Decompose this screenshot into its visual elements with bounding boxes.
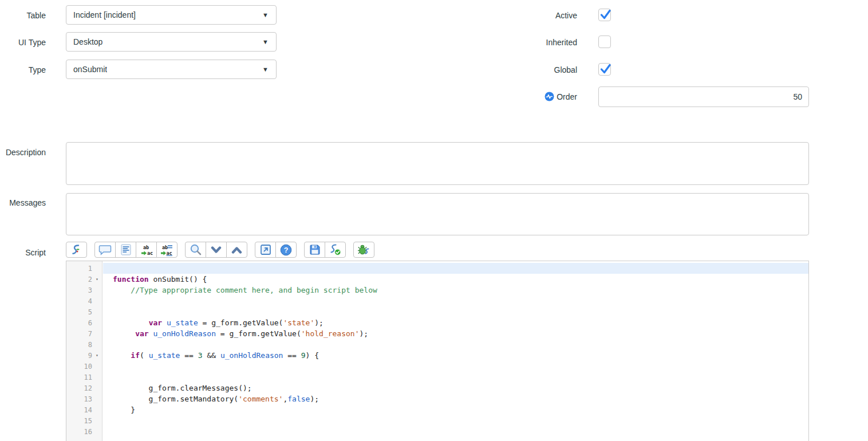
code-line-3[interactable]: //Type appropriate comment here, and beg… xyxy=(103,285,808,296)
help-button[interactable]: ? xyxy=(275,242,297,258)
replace-button[interactable]: abac xyxy=(136,242,157,258)
type-select-value: onSubmit xyxy=(73,65,107,74)
code-line-15[interactable] xyxy=(103,415,808,426)
gutter-line-1: 1 xyxy=(66,263,102,274)
inherited-checkbox[interactable] xyxy=(598,36,611,48)
type-select[interactable]: onSubmit ▼ xyxy=(66,60,277,79)
gutter-line-11: 11 xyxy=(66,372,102,383)
open-new-window-icon xyxy=(260,244,271,255)
description-label: Description xyxy=(0,148,46,157)
check-icon xyxy=(598,62,613,76)
replace-all-button[interactable]: abac xyxy=(156,242,177,258)
gutter-line-13: 13 xyxy=(66,393,102,404)
gutter-line-6: 6 xyxy=(66,317,102,328)
save-button[interactable] xyxy=(304,242,325,258)
editor-gutter: 12▾3456789▾10111213141516 xyxy=(66,261,102,441)
line-number: 16 xyxy=(68,428,92,436)
code-line-11[interactable] xyxy=(103,372,808,383)
line-number: 12 xyxy=(68,384,92,392)
toolbar-group: ? xyxy=(255,242,297,258)
gutter-line-12: 12 xyxy=(66,383,102,393)
find-previous-icon xyxy=(231,246,242,254)
gutter-line-10: 10 xyxy=(66,361,102,372)
find-next-button[interactable] xyxy=(206,242,227,258)
toolbar-group xyxy=(66,242,87,258)
toolbar-group xyxy=(185,242,247,258)
inherited-label: Inherited xyxy=(546,38,577,47)
code-line-5[interactable] xyxy=(103,306,808,317)
line-number: 15 xyxy=(68,417,92,425)
debug-icon xyxy=(357,244,370,255)
code-line-1[interactable] xyxy=(103,263,808,274)
code-line-9[interactable]: if( u_state == 3 && u_onHoldReason == 9)… xyxy=(103,350,808,361)
code-line-7[interactable]: var u_onHoldReason = g_form.getValue('ho… xyxy=(103,328,808,339)
gutter-line-9: 9▾ xyxy=(66,350,102,361)
order-default-value-icon xyxy=(545,92,554,101)
script-code-editor[interactable]: 12▾3456789▾10111213141516 function onSub… xyxy=(66,261,809,441)
format-code-button[interactable] xyxy=(115,242,136,258)
help-icon: ? xyxy=(280,244,292,256)
check-icon xyxy=(598,8,613,22)
editor-code-area[interactable]: function onSubmit() { //Type appropriate… xyxy=(103,261,808,441)
code-line-12[interactable]: g_form.clearMessages(); xyxy=(103,383,808,393)
gutter-line-2: 2▾ xyxy=(66,274,102,285)
order-label-group: Order xyxy=(545,92,577,101)
description-textarea[interactable] xyxy=(66,142,809,185)
line-number: 11 xyxy=(68,373,92,381)
save-icon xyxy=(309,244,321,255)
global-checkbox[interactable] xyxy=(598,63,611,76)
messages-textarea[interactable] xyxy=(66,193,809,235)
line-number: 9 xyxy=(68,352,92,360)
line-number: 14 xyxy=(68,406,92,414)
script-editor-toolbar: abacabac? xyxy=(66,242,374,258)
svg-text:?: ? xyxy=(284,246,289,254)
comment-icon xyxy=(98,244,112,255)
code-line-4[interactable] xyxy=(103,296,808,306)
code-line-10[interactable] xyxy=(103,361,808,372)
script-label: Script xyxy=(0,248,46,257)
svg-text:ac: ac xyxy=(147,250,153,256)
gutter-line-15: 15 xyxy=(66,415,102,426)
line-number: 6 xyxy=(68,319,92,327)
messages-label: Messages xyxy=(0,198,46,207)
gutter-line-4: 4 xyxy=(66,296,102,306)
code-line-13[interactable]: g_form.setMandatory('comments',false); xyxy=(103,393,808,404)
fold-marker-icon[interactable]: ▾ xyxy=(92,277,102,282)
find-previous-button[interactable] xyxy=(226,242,247,258)
order-input[interactable] xyxy=(598,86,809,107)
chevron-down-icon: ▼ xyxy=(262,39,269,45)
table-select[interactable]: Incident [incident] ▼ xyxy=(66,5,277,25)
code-line-14[interactable]: } xyxy=(103,404,808,415)
syntax-check-icon xyxy=(329,244,342,256)
ui-type-select[interactable]: Desktop ▼ xyxy=(66,32,277,52)
syntax-check-button[interactable] xyxy=(325,242,346,258)
gutter-line-16: 16 xyxy=(66,426,102,437)
global-label: Global xyxy=(554,65,577,74)
search-button[interactable] xyxy=(185,242,206,258)
active-label: Active xyxy=(555,11,577,20)
svg-text:ac: ac xyxy=(167,250,172,256)
toolbar-group xyxy=(304,242,346,258)
code-line-8[interactable] xyxy=(103,339,808,350)
open-new-window-button[interactable] xyxy=(255,242,276,258)
line-number: 1 xyxy=(68,265,92,273)
ui-type-label: UI Type xyxy=(0,38,46,47)
gutter-line-3: 3 xyxy=(66,285,102,296)
debug-button[interactable] xyxy=(353,242,374,258)
svg-text:ab: ab xyxy=(162,244,168,250)
fold-marker-icon[interactable]: ▾ xyxy=(92,353,102,358)
code-line-2[interactable]: function onSubmit() { xyxy=(103,274,808,285)
ui-type-select-value: Desktop xyxy=(73,37,102,46)
line-number: 4 xyxy=(68,297,92,305)
code-line-6[interactable]: var u_state = g_form.getValue('state'); xyxy=(103,317,808,328)
script-editor-button[interactable] xyxy=(66,242,87,258)
replace-icon: abac xyxy=(140,244,153,256)
table-select-value: Incident [incident] xyxy=(73,10,136,19)
active-checkbox[interactable] xyxy=(598,9,611,21)
line-number: 5 xyxy=(68,308,92,316)
format-code-icon xyxy=(121,244,131,255)
toolbar-group: abacabac xyxy=(94,242,177,258)
line-number: 2 xyxy=(68,275,92,284)
code-line-16[interactable] xyxy=(103,426,808,437)
comment-button[interactable] xyxy=(94,242,116,258)
